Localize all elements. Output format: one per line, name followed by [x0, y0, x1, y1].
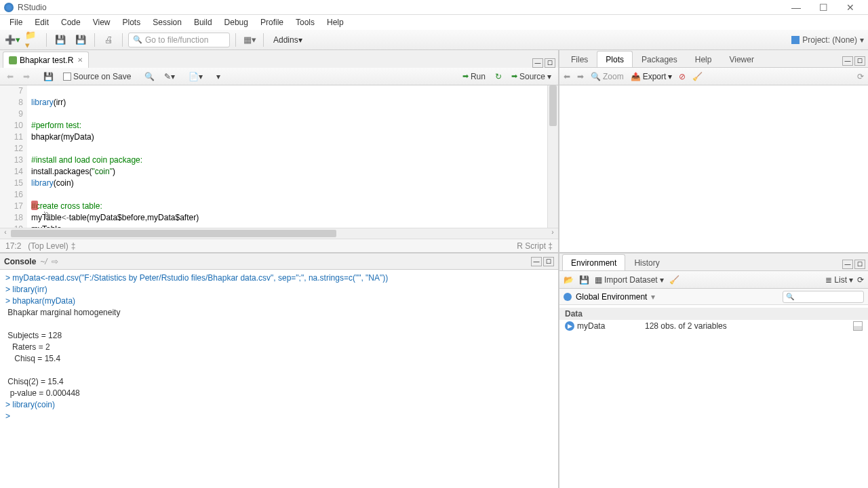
addins-menu[interactable]: Addins ▾ — [269, 35, 307, 45]
find-button[interactable]: 🔍 — [142, 70, 157, 83]
menu-build[interactable]: Build — [189, 16, 218, 28]
left-column: Bhapkar test.R ✕ — ☐ ⬅ ➡ 💾 Source on Sav… — [0, 50, 559, 488]
run-button[interactable]: ➡Run — [460, 70, 488, 83]
separator — [46, 33, 47, 47]
env-var-value: 128 obs. of 2 variables — [645, 321, 853, 331]
close-tab-icon[interactable]: ✕ — [77, 56, 83, 64]
env-scope-label[interactable]: Global Environment — [576, 292, 647, 302]
tab-help[interactable]: Help — [686, 51, 721, 67]
menu-edit[interactable]: Edit — [29, 16, 54, 28]
minimize-button[interactable]: — — [783, 2, 810, 13]
save-button[interactable]: 💾 — [52, 33, 68, 47]
plot-prev-button[interactable]: ⬅ — [564, 72, 570, 81]
minimize-pane-icon[interactable]: — — [532, 58, 543, 68]
env-search-input[interactable]: 🔍 — [783, 291, 864, 303]
open-env-button[interactable]: 📂 — [564, 275, 574, 285]
run-arrow-icon: ➡ — [462, 72, 469, 81]
plot-next-button[interactable]: ➡ — [577, 72, 584, 81]
tools-button[interactable]: ▦▾ — [241, 33, 258, 47]
maximize-button[interactable]: ☐ — [810, 2, 837, 13]
menu-help[interactable]: Help — [321, 16, 349, 28]
menu-code[interactable]: Code — [56, 16, 86, 28]
env-row[interactable]: ▶ myData 128 obs. of 2 variables — [559, 320, 868, 332]
menu-profile[interactable]: Profile — [255, 16, 289, 28]
save-env-button[interactable]: 💾 — [579, 275, 589, 285]
source-toolbar: ⬅ ➡ 💾 Source on Save 🔍 ✎▾ 📄▾ ▾ ➡Run ↻ — [0, 68, 558, 85]
open-folder-button[interactable]: 📁▾ — [24, 33, 41, 47]
source-arrow-icon: ➡ — [511, 72, 517, 81]
vertical-scrollbar[interactable] — [547, 85, 558, 228]
menu-debug[interactable]: Debug — [219, 16, 254, 28]
refresh-env-button[interactable]: ⟳ — [857, 275, 864, 285]
minimize-pane-icon[interactable]: — — [842, 260, 853, 269]
clear-env-button[interactable]: 🧹 — [669, 275, 679, 285]
print-button[interactable]: 🖨 — [100, 33, 117, 47]
source-tab[interactable]: Bhapkar test.R ✕ — [3, 52, 89, 68]
list-view-button[interactable]: ≣ List ▾ — [825, 275, 853, 285]
language-selector[interactable]: R Script ‡ — [517, 241, 553, 251]
clear-plots-button[interactable]: 🧹 — [692, 72, 703, 81]
refresh-plots-button[interactable]: ⟳ — [857, 72, 864, 81]
main-toolbar: ➕▾ 📁▾ 💾 💾 🖨 Go to file/function ▦▾ Addin… — [0, 30, 868, 50]
console-title: Console — [4, 257, 36, 266]
source-pane: Bhapkar test.R ✕ — ☐ ⬅ ➡ 💾 Source on Sav… — [0, 50, 558, 253]
plots-body — [559, 85, 868, 252]
separator — [235, 33, 236, 47]
tab-viewer[interactable]: Viewer — [720, 51, 762, 67]
editor[interactable]: 7891011121314151617181920 library(irr) #… — [0, 85, 558, 228]
tab-environment[interactable]: Environment — [562, 254, 625, 270]
project-menu[interactable]: Project: (None) ▾ — [791, 35, 864, 45]
wand-button[interactable]: ✎▾ — [161, 70, 178, 83]
scroll-thumb[interactable] — [11, 230, 336, 237]
menu-plots[interactable]: Plots — [117, 16, 146, 28]
maximize-pane-icon[interactable]: ☐ — [543, 257, 554, 266]
menu-tools[interactable]: Tools — [290, 16, 320, 28]
knit-button[interactable]: 📄▾ — [186, 70, 205, 83]
source-button[interactable]: ➡Source ▾ — [509, 70, 554, 83]
main-area: Bhapkar test.R ✕ — ☐ ⬅ ➡ 💾 Source on Sav… — [0, 50, 868, 488]
maximize-pane-icon[interactable]: ☐ — [545, 58, 555, 68]
source-on-save-checkbox[interactable]: Source on Save — [60, 70, 134, 83]
tab-files[interactable]: Files — [562, 51, 597, 67]
remove-plot-button[interactable]: ⊘ — [679, 72, 686, 81]
export-button[interactable]: 📤 Export ▾ — [631, 72, 673, 81]
rstudio-logo-icon — [4, 3, 14, 12]
horizontal-scrollbar[interactable]: ‹ › — [0, 228, 558, 239]
cursor-icon — [31, 201, 38, 210]
menu-file[interactable]: File — [4, 16, 28, 28]
maximize-pane-icon[interactable]: ☐ — [854, 260, 865, 269]
tab-packages[interactable]: Packages — [633, 51, 686, 67]
save-all-button[interactable]: 💾 — [73, 33, 89, 47]
scroll-thumb[interactable] — [549, 85, 557, 126]
new-file-button[interactable]: ➕▾ — [4, 33, 20, 47]
more-button[interactable]: ▾ — [214, 70, 223, 83]
separator — [122, 33, 123, 47]
expand-icon[interactable]: ▶ — [565, 321, 574, 331]
maximize-pane-icon[interactable]: ☐ — [854, 56, 865, 66]
back-button[interactable]: ⬅ — [4, 70, 16, 83]
console-header: Console ~/ ⇨ — ☐ — [0, 253, 558, 270]
menu-view[interactable]: View — [87, 16, 116, 28]
menu-session[interactable]: Session — [147, 16, 187, 28]
tab-plots[interactable]: Plots — [597, 51, 633, 67]
view-data-icon[interactable] — [853, 321, 863, 331]
import-dataset-button[interactable]: ▦ Import Dataset ▾ — [595, 275, 664, 285]
scroll-left-icon[interactable]: ‹ — [0, 228, 11, 239]
zoom-button[interactable]: 🔍 Zoom — [591, 72, 624, 81]
save-source-button[interactable]: 💾 — [41, 70, 56, 83]
forward-button[interactable]: ➡ — [20, 70, 33, 83]
code-area[interactable]: library(irr) #perform test: bhapkar(myDa… — [27, 85, 547, 228]
close-button[interactable]: ✕ — [837, 2, 864, 13]
source-status-bar: 17:2 (Top Level) ‡ R Script ‡ — [0, 239, 558, 252]
cwd-arrow-icon[interactable]: ⇨ — [52, 257, 58, 266]
env-body: Data ▶ myData 128 obs. of 2 variables — [559, 305, 868, 488]
rerun-button[interactable]: ↻ — [492, 70, 505, 83]
scope-selector[interactable]: (Top Level) ‡ — [28, 241, 75, 251]
console-body[interactable]: > myData<-read.csv("F:/Statistics by Pet… — [0, 270, 558, 488]
minimize-pane-icon[interactable]: — — [842, 56, 853, 66]
goto-file-input[interactable]: Go to file/function — [128, 33, 230, 47]
scroll-right-icon[interactable]: › — [547, 228, 558, 239]
tab-history[interactable]: History — [625, 254, 668, 270]
console-pane: Console ~/ ⇨ — ☐ > myData<-read.csv("F:/… — [0, 253, 558, 488]
minimize-pane-icon[interactable]: — — [531, 257, 542, 266]
